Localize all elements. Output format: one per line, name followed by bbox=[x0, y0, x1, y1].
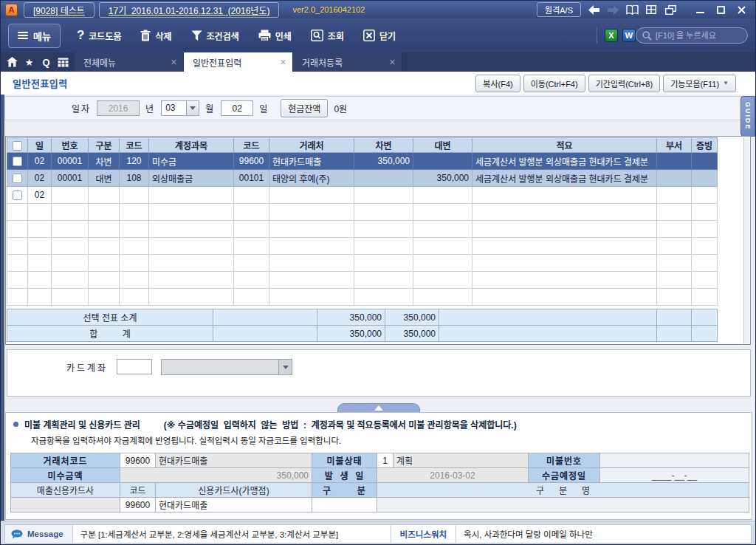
grid-empty-row[interactable] bbox=[7, 255, 718, 272]
menu-button[interactable]: 메뉴 bbox=[8, 24, 61, 48]
app-logo-icon: A bbox=[5, 4, 18, 16]
news-headline[interactable]: 옥시, 사과한다며 달랑 이메일 하나만 bbox=[456, 525, 751, 543]
delete-button[interactable]: 삭제 bbox=[140, 30, 171, 42]
chevron-up-icon bbox=[374, 405, 383, 411]
forward-arrow-icon[interactable] bbox=[606, 4, 619, 16]
subtotal-row: 선택 전표 소계 350,000 350,000 bbox=[7, 309, 718, 326]
grid-empty-row[interactable] bbox=[7, 289, 718, 306]
total-label: 합 계 bbox=[7, 326, 213, 342]
remote-as-button[interactable]: 원격A/S bbox=[537, 2, 581, 17]
journal-row-selected[interactable]: 02 00001 차변 120 미수금 99600 현대카드매출 350,000… bbox=[7, 153, 718, 170]
close-button[interactable]: 닫기 bbox=[363, 30, 396, 42]
grid-empty-row[interactable] bbox=[7, 204, 718, 221]
customer-name-value: 현대카드매출 bbox=[156, 453, 312, 468]
code-help-button[interactable]: ? 코드도움 bbox=[77, 28, 122, 43]
word-export-icon[interactable]: W bbox=[622, 29, 636, 42]
print-button[interactable]: 인쇄 bbox=[258, 30, 292, 42]
tab-journal-entry[interactable]: 일반전표입력 ✕ bbox=[184, 52, 293, 72]
totals-table: 선택 전표 소계 350,000 350,000 합 계 350,000 350… bbox=[7, 309, 718, 342]
inquiry-button[interactable]: 조회 bbox=[311, 30, 344, 42]
tab-label: 일반전표입력 bbox=[193, 56, 241, 69]
month-label: 월 bbox=[205, 102, 215, 114]
cash-balance-value: 0원 bbox=[334, 102, 347, 114]
card-company-header: 신용카드사(가맹점) bbox=[156, 483, 312, 498]
col-credit: 대변 bbox=[413, 138, 472, 153]
journal-row[interactable]: 02 00001 대변 108 외상매출금 00101 태양의 후예(주) 35… bbox=[7, 170, 718, 187]
grid-view-icon[interactable] bbox=[645, 4, 658, 16]
card-account-code-field[interactable] bbox=[117, 359, 152, 374]
fiscal-period-selector[interactable]: 17기 2016.01.01-2016.12.31 (2016년도) bbox=[99, 2, 280, 18]
quick-search-input[interactable] bbox=[656, 31, 743, 40]
grid-empty-row[interactable] bbox=[7, 272, 718, 289]
tab-all-menu[interactable]: 전체메뉴 ✕ bbox=[75, 52, 184, 72]
status-bar: Message 구분 [1:세금계산서 교부분, 2:영세율 세금계산서 교부분… bbox=[1, 521, 755, 545]
grid-empty-row[interactable] bbox=[7, 238, 718, 255]
panel-collapse-handle[interactable] bbox=[337, 403, 420, 412]
favorites-star-icon[interactable]: ★ bbox=[21, 52, 38, 72]
quick-menu-icon[interactable]: Q bbox=[38, 52, 55, 72]
section-note: (※ 수금예정일 입력하지 않는 방법 : 계정과목 및 적요등록에서 미불 관… bbox=[164, 418, 517, 431]
title-bar: A [9028] 테스트 17기 2016.01.01-2016.12.31 (… bbox=[1, 1, 755, 18]
cash-balance-button[interactable]: 현금잔액 bbox=[281, 99, 328, 117]
select-all-cell[interactable] bbox=[7, 138, 28, 153]
filter-search-button[interactable]: 조건검색 bbox=[191, 30, 239, 42]
tab-label: 거래처등록 bbox=[302, 56, 343, 69]
card-code-field[interactable]: 99600 bbox=[120, 498, 156, 513]
manual-book-icon[interactable] bbox=[625, 4, 639, 16]
chevron-down-icon[interactable] bbox=[186, 101, 199, 115]
col-customer: 거래처 bbox=[269, 138, 354, 153]
quick-search-box[interactable] bbox=[636, 27, 748, 44]
back-arrow-icon[interactable] bbox=[587, 4, 600, 16]
close-label: 닫기 bbox=[379, 30, 396, 42]
move-button[interactable]: 이동(Ctrl+F4) bbox=[523, 75, 585, 92]
news-source-label[interactable]: 비즈니스워치 bbox=[391, 525, 456, 543]
select-all-checkbox[interactable] bbox=[13, 141, 22, 151]
tab-close-icon[interactable]: ✕ bbox=[171, 58, 177, 67]
copy-button[interactable]: 복사(F4) bbox=[475, 75, 520, 92]
close-box-icon bbox=[363, 30, 375, 41]
tab-customer-registration[interactable]: 거래처등록 ✕ bbox=[293, 52, 402, 72]
month-value: 03 bbox=[162, 101, 186, 115]
journal-row-new[interactable]: 02 bbox=[7, 187, 718, 204]
due-date-field[interactable]: ____-__-__ bbox=[600, 468, 749, 483]
col-customer-code: 코드 bbox=[234, 138, 269, 153]
customer-code-field[interactable]: 99600 bbox=[120, 453, 156, 468]
code-help-label: 코드도움 bbox=[89, 30, 121, 42]
grid-empty-row[interactable] bbox=[7, 221, 718, 238]
row-checkbox[interactable] bbox=[13, 191, 22, 200]
chevron-down-icon: ▼ bbox=[723, 80, 729, 86]
row-checkbox[interactable] bbox=[13, 157, 22, 166]
question-icon: ? bbox=[77, 28, 84, 43]
tab-close-icon[interactable]: ✕ bbox=[280, 58, 286, 67]
company-selector[interactable]: [9028] 테스트 bbox=[24, 2, 94, 18]
month-select[interactable]: 03 bbox=[161, 100, 199, 116]
subtotal-credit: 350,000 bbox=[385, 309, 439, 326]
minimize-icon[interactable] bbox=[693, 4, 707, 16]
maximize-icon[interactable] bbox=[714, 4, 727, 16]
unpaid-status-code-field[interactable]: 1 bbox=[377, 453, 394, 468]
cascade-windows-icon[interactable] bbox=[664, 4, 677, 16]
row-checkbox[interactable] bbox=[13, 174, 22, 183]
home-icon[interactable] bbox=[4, 52, 21, 72]
excel-export-icon[interactable]: X bbox=[605, 29, 618, 42]
gubun-code-field[interactable] bbox=[312, 498, 377, 513]
receivable-amount-value: 350,000 bbox=[120, 468, 312, 483]
vertical-scrollbar[interactable] bbox=[743, 137, 749, 343]
trash-icon bbox=[140, 30, 151, 41]
close-window-icon[interactable] bbox=[735, 4, 748, 16]
calendar-icon[interactable] bbox=[55, 52, 72, 72]
guide-tab[interactable]: GUIDE bbox=[740, 96, 755, 137]
status-message: 구분 [1:세금계산서 교부분, 2:영세율 세금계산서 교부분, 3:계산서 … bbox=[73, 528, 391, 540]
section-bullet-icon bbox=[13, 422, 18, 427]
tab-close-icon[interactable]: ✕ bbox=[389, 58, 396, 67]
customer-code-label: 거래처코드 bbox=[11, 453, 120, 468]
section-title: 미불 계획관리 및 신용카드 관리 bbox=[24, 418, 140, 431]
function-menu-button[interactable]: 기능모음(F11) ▼ bbox=[663, 75, 736, 92]
day-field[interactable] bbox=[221, 100, 253, 116]
application-window: A [9028] 테스트 17기 2016.01.01-2016.12.31 (… bbox=[0, 0, 756, 545]
year-label: 년 bbox=[145, 102, 155, 114]
message-label: Message bbox=[27, 529, 63, 538]
period-input-button[interactable]: 기간입력(Ctrl+8) bbox=[588, 75, 660, 92]
journal-table: 일 번호 구분 코드 계정과목 코드 거래처 차변 대변 적요 부서 증빙 02… bbox=[7, 137, 718, 306]
date-label: 일자 bbox=[72, 102, 91, 114]
